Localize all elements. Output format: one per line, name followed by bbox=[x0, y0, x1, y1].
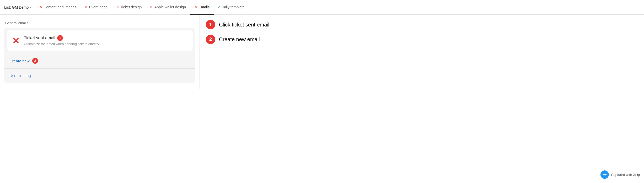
right-annotation-panel: 1Click ticket sent email2Create new emai… bbox=[199, 15, 309, 89]
use-existing-row[interactable]: Use existing bbox=[4, 69, 195, 83]
tab-tally-template[interactable]: ✓Tally template bbox=[214, 0, 249, 15]
email-item-title-text: Ticket sent email bbox=[24, 36, 55, 40]
emails-card: Ticket sent email 1 Customize the email … bbox=[4, 28, 195, 83]
left-panel: General emails Ticket sent email 1 bbox=[0, 15, 199, 89]
email-item-desc: Customize the email when sending tickets… bbox=[24, 42, 187, 46]
tab-label-event-page: Event page bbox=[89, 5, 108, 9]
tab-label-tally-template: Tally template bbox=[222, 5, 245, 9]
email-item-title: Ticket sent email 1 bbox=[24, 35, 187, 41]
step-badge-2: 2 bbox=[32, 58, 38, 64]
tab-label-emails: Emails bbox=[198, 5, 210, 9]
annotation-text-1: Click ticket sent email bbox=[219, 22, 269, 28]
annotation-item-2: 2Create new email bbox=[206, 35, 303, 44]
list-selector[interactable]: List: GM Demo ▾ bbox=[4, 5, 31, 9]
section-label: General emails bbox=[4, 21, 195, 25]
create-new-label: Create new bbox=[9, 59, 30, 63]
tab-event-page[interactable]: ✕Event page bbox=[81, 0, 112, 15]
tab-content-images[interactable]: ✕Content and images bbox=[35, 0, 80, 15]
tab-x-icon-content-images: ✕ bbox=[39, 5, 42, 9]
annotation-text-2: Create new email bbox=[219, 36, 260, 42]
tab-x-icon-ticket-design: ✕ bbox=[116, 5, 119, 9]
tab-emails[interactable]: ✕Emails bbox=[190, 0, 214, 15]
tab-x-icon-emails: ✕ bbox=[194, 5, 197, 9]
top-nav: List: GM Demo ▾ ✕Content and images✕Even… bbox=[0, 0, 644, 15]
step-badge-1: 1 bbox=[57, 35, 63, 41]
chevron-down-icon: ▾ bbox=[30, 6, 31, 9]
tab-apple-wallet[interactable]: ✕Apple wallet design bbox=[146, 0, 190, 15]
email-item-text: Ticket sent email 1 Customize the email … bbox=[24, 35, 187, 46]
ticket-sent-email-row[interactable]: Ticket sent email 1 Customize the email … bbox=[6, 30, 193, 51]
tab-label-ticket-design: Ticket design bbox=[120, 5, 142, 9]
x-status-icon bbox=[12, 36, 20, 45]
main-content: General emails Ticket sent email 1 bbox=[0, 15, 644, 89]
tab-ticket-design[interactable]: ✕Ticket design bbox=[112, 0, 146, 15]
tab-x-icon-apple-wallet: ✕ bbox=[150, 5, 153, 9]
use-existing-label: Use existing bbox=[9, 73, 31, 78]
list-selector-label: List: GM Demo bbox=[4, 5, 29, 9]
annotation-item-1: 1Click ticket sent email bbox=[206, 20, 303, 29]
tab-x-icon-event-page: ✕ bbox=[85, 5, 88, 9]
tab-label-apple-wallet: Apple wallet design bbox=[154, 5, 186, 9]
annotation-badge-2: 2 bbox=[206, 35, 215, 44]
create-new-row[interactable]: Create new 2 bbox=[4, 53, 195, 68]
tab-check-icon-tally-template: ✓ bbox=[218, 5, 221, 9]
tab-label-content-images: Content and images bbox=[44, 5, 76, 9]
annotation-badge-1: 1 bbox=[206, 20, 215, 29]
nav-tabs: ✕Content and images✕Event page✕Ticket de… bbox=[35, 0, 249, 14]
